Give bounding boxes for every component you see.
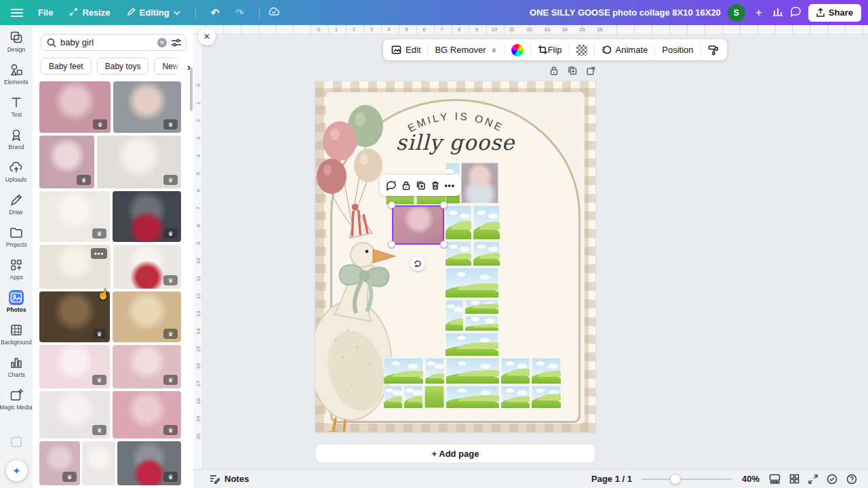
collage-photo-placeholder[interactable]	[446, 205, 471, 239]
chip-baby-toys[interactable]: Baby toys	[97, 58, 149, 75]
sidebar-item-apps[interactable]: Apps	[0, 253, 33, 285]
lock-page-icon[interactable]	[549, 66, 559, 76]
collage-photo-placeholder[interactable]	[384, 358, 423, 384]
selection-handle-nw[interactable]	[388, 201, 395, 209]
search-box[interactable]: ✕	[41, 34, 186, 51]
fullscreen-icon[interactable]	[808, 474, 818, 484]
collage-photo-placeholder[interactable]	[473, 241, 500, 266]
sidebar-item-draw[interactable]: Draw	[0, 188, 33, 220]
collage-photo-placeholder[interactable]	[465, 316, 498, 331]
photo-result-14[interactable]: ♛	[113, 391, 181, 439]
sidebar-item-design[interactable]: Design	[0, 25, 33, 58]
photo-result-2[interactable]: ♛	[113, 81, 181, 133]
collage-photo-placeholder[interactable]	[425, 358, 444, 384]
photo-result-15[interactable]: ♛	[39, 441, 80, 485]
photo-result-5[interactable]: ♛	[39, 191, 110, 242]
photo-result-8[interactable]: ♛	[113, 245, 181, 289]
collage-photo-placeholder[interactable]	[446, 241, 471, 266]
bg-remover-button[interactable]: BG Remover ♛	[435, 45, 496, 55]
help-icon[interactable]	[846, 474, 857, 485]
sidebar-item-text[interactable]: Text	[0, 90, 33, 123]
sidebar-item-magic-media[interactable]: Magic Media	[0, 383, 33, 415]
collage-photo-placeholder[interactable]	[532, 358, 561, 384]
collage-photo-placeholder[interactable]	[532, 386, 561, 408]
main-menu-icon[interactable]	[11, 9, 23, 17]
collage-photo-placeholder[interactable]	[446, 333, 498, 356]
duplicate-page-icon[interactable]	[568, 66, 577, 76]
collage-photo-placeholder[interactable]	[446, 358, 499, 384]
panel-scrollbar[interactable]	[190, 68, 193, 111]
resize-menu[interactable]: Resize	[62, 4, 117, 21]
avatar[interactable]: S	[728, 4, 745, 22]
animate-button[interactable]: Animate	[601, 45, 648, 55]
selection-handle-ne[interactable]	[440, 201, 448, 209]
photo-result-6[interactable]: ♛	[113, 191, 181, 242]
clear-search-icon[interactable]: ✕	[157, 38, 167, 47]
add-member-button[interactable]: +	[752, 6, 766, 20]
collage-photo-placeholder[interactable]	[501, 386, 530, 408]
sidebar-item-brand[interactable]: Brand	[0, 123, 33, 155]
zoom-slider-track[interactable]	[642, 479, 732, 480]
collage-photo-placeholder[interactable]	[446, 300, 463, 331]
collage-photo-placeholder[interactable]	[384, 386, 402, 408]
collage-photo-placeholder[interactable]	[473, 205, 500, 239]
close-panel-button[interactable]: ✕	[198, 28, 216, 45]
color-picker-button[interactable]	[511, 44, 524, 56]
photo-result-4[interactable]: ♛	[97, 136, 181, 188]
selected-image[interactable]	[392, 205, 444, 245]
sidebar-item-charts[interactable]: Charts	[0, 350, 33, 383]
comment-button[interactable]	[386, 180, 397, 190]
grid-view-icon[interactable]	[789, 474, 800, 484]
photo-result-10[interactable]: ♛	[113, 291, 181, 342]
position-button[interactable]: Position	[662, 45, 693, 55]
collage-photo-filled[interactable]	[461, 163, 498, 203]
search-input[interactable]	[60, 37, 153, 47]
sidebar-item-background[interactable]: Background	[0, 318, 33, 350]
zoom-slider[interactable]	[642, 474, 732, 485]
design-page[interactable]: EMILY IS ONE silly goose	[315, 81, 595, 432]
flip-button[interactable]: Flip	[548, 45, 562, 55]
chips-scroll-right[interactable]: ›	[173, 58, 191, 75]
add-page-icon[interactable]	[586, 66, 595, 76]
file-menu[interactable]: File	[31, 4, 60, 21]
document-title[interactable]: ONE SILLY GOOSE photo collage 8X10 16X20	[530, 7, 721, 18]
rotate-handle[interactable]	[410, 256, 425, 271]
collage-photo-placeholder[interactable]	[465, 300, 498, 314]
photo-result-7[interactable]: •••	[39, 245, 111, 289]
photo-result-11[interactable]: ♛	[39, 345, 110, 388]
transparency-button[interactable]	[576, 45, 587, 56]
photo-result-13[interactable]: ♛	[39, 391, 110, 439]
crop-button[interactable]	[538, 45, 548, 55]
chip-baby-feet[interactable]: Baby feet	[41, 58, 92, 75]
selection-handle-sw[interactable]	[388, 241, 395, 248]
bow-ribbon-illustration[interactable]	[333, 256, 395, 317]
sidebar-item-faded[interactable]	[0, 426, 33, 458]
photo-result-1[interactable]: ♛	[39, 81, 111, 133]
collage-photo-placeholder[interactable]	[501, 358, 530, 384]
collage-photo-placeholder[interactable]	[446, 386, 499, 408]
saved-check-icon[interactable]	[827, 474, 837, 485]
photo-more-options[interactable]: •••	[91, 248, 107, 259]
add-page-button[interactable]: + Add page	[315, 444, 595, 463]
redo-button[interactable]: ↷	[229, 4, 251, 21]
sidebar-item-uploads[interactable]: Uploads	[0, 155, 33, 188]
photo-result-3[interactable]: ♛	[39, 136, 94, 188]
undo-button[interactable]: ↶	[204, 4, 226, 21]
ai-assistant-button[interactable]: ✦	[6, 460, 27, 481]
insights-icon[interactable]	[772, 6, 783, 20]
sidebar-item-elements[interactable]: Elements	[0, 58, 33, 90]
photo-result-16[interactable]	[82, 441, 115, 485]
duplicate-button[interactable]	[416, 180, 426, 190]
comments-icon[interactable]	[790, 6, 802, 20]
pages-view-icon[interactable]	[769, 474, 781, 484]
sidebar-item-projects[interactable]: Projects	[0, 220, 33, 253]
styles-roller-button[interactable]	[708, 45, 719, 56]
script-title-text[interactable]: silly goose	[315, 130, 595, 155]
edit-button[interactable]: Edit	[391, 45, 420, 55]
collage-photo-placeholder[interactable]	[425, 386, 444, 408]
filter-icon[interactable]	[171, 38, 182, 47]
notes-button[interactable]: Notes	[209, 474, 249, 484]
collage-photo-placeholder[interactable]	[446, 268, 498, 298]
collage-photo-placeholder[interactable]	[404, 386, 422, 408]
sidebar-item-photos[interactable]: Photos	[0, 285, 33, 318]
